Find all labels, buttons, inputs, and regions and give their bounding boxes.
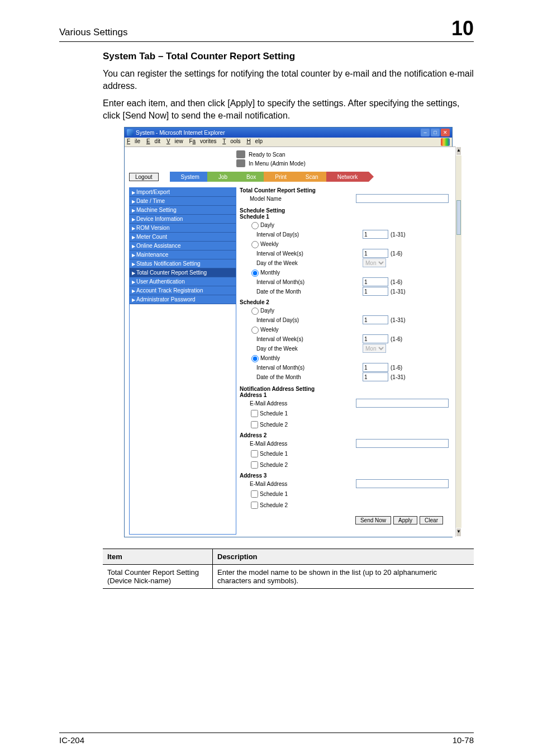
addr2-email-input[interactable] xyxy=(356,439,449,448)
nav-import-export[interactable]: ▶Import/Export xyxy=(130,188,236,197)
s1-daily-radio[interactable] xyxy=(251,222,259,229)
scroll-up-icon[interactable]: ▲ xyxy=(456,147,461,155)
s1-monthly-radio[interactable] xyxy=(251,270,259,277)
s1-int-week-input[interactable] xyxy=(363,249,388,258)
s2-daily-radio[interactable] xyxy=(251,308,259,315)
section-heading: System Tab – Total Counter Report Settin… xyxy=(103,51,474,62)
maximize-button[interactable]: □ xyxy=(431,129,440,136)
tab-print[interactable]: Print xyxy=(264,172,298,182)
addr1-sch2-check[interactable] xyxy=(251,421,258,428)
addr2-email-label: E-Mail Address xyxy=(240,441,356,447)
s2-dom-label: Date of the Month xyxy=(240,374,363,380)
schedule1-title: Schedule 1 xyxy=(240,214,449,220)
close-button[interactable]: ✕ xyxy=(441,129,450,136)
schedule2-title: Schedule 2 xyxy=(240,299,449,305)
windows-logo-icon xyxy=(441,138,450,146)
scroll-thumb[interactable] xyxy=(456,200,461,235)
s1-daily-label: Dayly xyxy=(260,222,274,228)
nav-rom-version[interactable]: ▶ROM Version xyxy=(130,224,236,233)
s1-dom-input[interactable] xyxy=(363,287,388,296)
tab-scan[interactable]: Scan xyxy=(294,172,330,182)
s2-monthly-radio[interactable] xyxy=(251,355,259,362)
address1-title: Address 1 xyxy=(240,392,449,398)
nav-date-time[interactable]: ▶Date / Time xyxy=(130,197,236,206)
addr2-sch1-check[interactable] xyxy=(251,450,258,457)
s2-int-day-label: Interval of Day(s) xyxy=(240,317,363,323)
s1-weekly-radio[interactable] xyxy=(251,241,259,248)
nav-account-track[interactable]: ▶Account Track Registration xyxy=(130,286,236,295)
table-header-description: Description xyxy=(213,549,474,565)
s2-weekly-radio[interactable] xyxy=(251,327,259,334)
s2-int-week-range: (1-6) xyxy=(391,336,402,342)
s1-dow-label: Day of the Week xyxy=(240,260,363,266)
addr3-sch1-check[interactable] xyxy=(251,490,258,498)
s1-weekly-label: Weekly xyxy=(260,241,279,247)
nav-meter-count[interactable]: ▶Meter Count xyxy=(130,233,236,242)
logout-button[interactable]: Logout xyxy=(129,173,159,181)
s1-int-month-input[interactable] xyxy=(363,277,388,286)
addr2-sch1-label: Schedule 1 xyxy=(260,451,288,457)
nav-user-authentication[interactable]: ▶User Authentication xyxy=(130,277,236,286)
s1-dom-label: Date of the Month xyxy=(240,289,363,295)
send-now-button[interactable]: Send Now xyxy=(355,516,391,525)
scroll-down-icon[interactable]: ▼ xyxy=(456,528,461,537)
s2-int-month-input[interactable] xyxy=(363,363,388,372)
status-mode: In Menu (Admin Mode) xyxy=(249,160,306,167)
nav-total-counter-report[interactable]: ▶Total Counter Report Setting xyxy=(130,268,236,277)
addr3-sch2-check[interactable] xyxy=(251,502,258,509)
group-tcrs-title: Total Counter Report Setting xyxy=(240,187,449,193)
header-section-title: Various Settings xyxy=(59,27,128,38)
table-cell-item: Total Counter Report Setting (Device Nic… xyxy=(103,565,213,589)
menu-favorites[interactable]: Favorites xyxy=(189,138,216,144)
clear-button[interactable]: Clear xyxy=(420,516,443,525)
vertical-scrollbar[interactable]: ▲ ▼ xyxy=(455,147,461,537)
menu-tools[interactable]: Tools xyxy=(222,138,240,144)
s1-int-week-range: (1-6) xyxy=(391,251,402,257)
label-model-name: Model Name xyxy=(240,196,356,202)
nav-admin-password[interactable]: ▶Administrator Password xyxy=(130,295,236,304)
nav-maintenance[interactable]: ▶Maintenance xyxy=(130,251,236,259)
group-schedule-setting: Schedule Setting xyxy=(240,207,449,214)
s2-int-month-label: Interval of Month(s) xyxy=(240,365,363,371)
tab-job[interactable]: Job xyxy=(207,172,239,182)
nav-device-information[interactable]: ▶Device Information xyxy=(130,215,236,224)
menu-file[interactable]: File xyxy=(127,138,140,144)
table-row: Total Counter Report Setting (Device Nic… xyxy=(103,565,474,589)
tab-network[interactable]: Network xyxy=(326,172,369,182)
addr3-email-input[interactable] xyxy=(356,479,449,488)
s2-dom-range: (1-31) xyxy=(391,374,406,380)
nav-status-notification[interactable]: ▶Status Notification Setting xyxy=(130,259,236,268)
addr3-sch1-label: Schedule 1 xyxy=(260,491,288,497)
addr1-sch1-check[interactable] xyxy=(251,410,258,417)
address2-title: Address 2 xyxy=(240,432,449,438)
nav-online-assistance[interactable]: ▶Online Assistance xyxy=(130,242,236,251)
apply-button[interactable]: Apply xyxy=(393,516,417,525)
s1-int-week-label: Interval of Week(s) xyxy=(240,251,363,257)
addr1-email-input[interactable] xyxy=(356,399,449,408)
s2-dom-input[interactable] xyxy=(363,372,388,381)
menu-view[interactable]: View xyxy=(166,138,183,144)
s2-daily-label: Dayly xyxy=(260,308,274,314)
table-cell-description: Enter the model name to be shown in the … xyxy=(213,565,474,589)
addr2-sch2-check[interactable] xyxy=(251,461,258,469)
s1-int-day-input[interactable] xyxy=(363,230,388,239)
addr1-sch2-label: Schedule 2 xyxy=(260,422,288,428)
left-nav: ▶Import/Export ▶Date / Time ▶Machine Set… xyxy=(129,187,236,535)
s2-int-week-input[interactable] xyxy=(363,334,388,343)
minimize-button[interactable]: – xyxy=(421,129,430,136)
menu-help[interactable]: Help xyxy=(246,138,263,144)
footer-right: 10-78 xyxy=(453,735,474,745)
model-name-input[interactable] xyxy=(356,194,449,203)
s2-int-day-input[interactable] xyxy=(363,315,388,324)
s1-dow-select[interactable]: Mon xyxy=(363,258,386,267)
tab-system[interactable]: System xyxy=(170,172,211,182)
menu-edit[interactable]: Edit xyxy=(146,138,160,144)
s2-dow-select[interactable]: Mon xyxy=(363,344,386,353)
s2-monthly-label: Monthly xyxy=(260,355,280,361)
group-notification-address: Notification Address Setting xyxy=(240,386,449,392)
header-chapter-number: 10 xyxy=(451,17,474,40)
nav-machine-setting[interactable]: ▶Machine Setting xyxy=(130,206,236,215)
description-table: Item Description Total Counter Report Se… xyxy=(103,549,474,589)
s2-int-week-label: Interval of Week(s) xyxy=(240,336,363,342)
tab-box[interactable]: Box xyxy=(235,172,267,182)
